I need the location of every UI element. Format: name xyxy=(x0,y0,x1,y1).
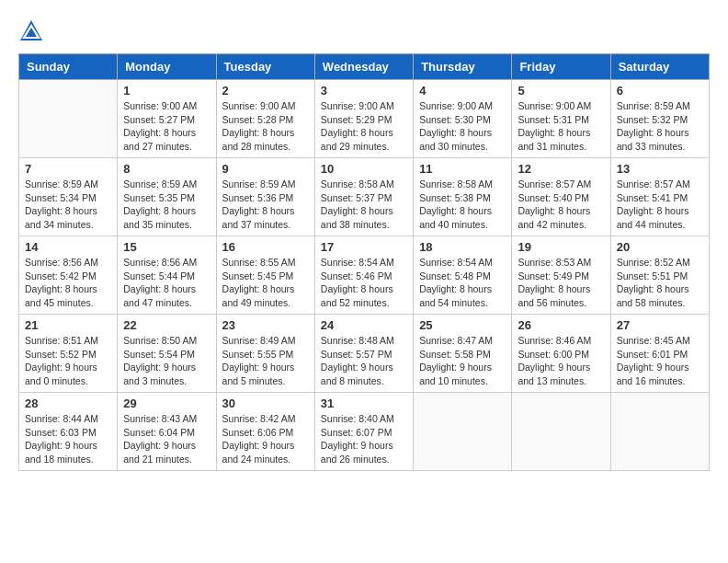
calendar-day-cell: 22Sunrise: 8:50 AM Sunset: 5:54 PM Dayli… xyxy=(118,315,216,393)
day-number: 26 xyxy=(518,318,604,332)
day-info: Sunrise: 8:44 AM Sunset: 6:03 PM Dayligh… xyxy=(25,412,111,466)
calendar-day-cell: 25Sunrise: 8:47 AM Sunset: 5:58 PM Dayli… xyxy=(414,315,512,393)
calendar-day-cell: 6Sunrise: 8:59 AM Sunset: 5:32 PM Daylig… xyxy=(610,80,709,158)
calendar-day-cell: 29Sunrise: 8:43 AM Sunset: 6:04 PM Dayli… xyxy=(118,393,216,471)
day-info: Sunrise: 8:59 AM Sunset: 5:36 PM Dayligh… xyxy=(222,178,309,232)
calendar-day-cell: 13Sunrise: 8:57 AM Sunset: 5:41 PM Dayli… xyxy=(610,158,709,236)
calendar-day-cell: 30Sunrise: 8:42 AM Sunset: 6:06 PM Dayli… xyxy=(216,393,314,471)
day-info: Sunrise: 8:59 AM Sunset: 5:32 PM Dayligh… xyxy=(617,99,703,154)
day-info: Sunrise: 9:00 AM Sunset: 5:30 PM Dayligh… xyxy=(419,99,506,154)
day-number: 9 xyxy=(222,162,309,176)
calendar-day-cell: 27Sunrise: 8:45 AM Sunset: 6:01 PM Dayli… xyxy=(610,315,709,393)
day-number: 30 xyxy=(222,396,309,410)
day-number: 6 xyxy=(617,84,703,98)
day-number: 2 xyxy=(222,84,309,98)
day-number: 21 xyxy=(25,318,111,332)
logo-icon xyxy=(18,18,44,44)
day-number: 12 xyxy=(518,162,604,176)
calendar-day-cell: 9Sunrise: 8:59 AM Sunset: 5:36 PM Daylig… xyxy=(216,158,314,236)
day-number: 18 xyxy=(419,240,506,254)
calendar-day-cell: 21Sunrise: 8:51 AM Sunset: 5:52 PM Dayli… xyxy=(19,315,118,393)
calendar-day-cell xyxy=(414,393,512,471)
day-number: 28 xyxy=(25,396,111,410)
day-number: 3 xyxy=(321,84,407,98)
day-of-week-header: Monday xyxy=(118,54,216,80)
day-number: 19 xyxy=(518,240,604,254)
calendar-table: SundayMondayTuesdayWednesdayThursdayFrid… xyxy=(18,53,710,471)
day-info: Sunrise: 8:47 AM Sunset: 5:58 PM Dayligh… xyxy=(419,334,506,388)
day-of-week-header: Wednesday xyxy=(314,54,413,80)
calendar-week-row: 14Sunrise: 8:56 AM Sunset: 5:42 PM Dayli… xyxy=(19,236,710,315)
page-header xyxy=(18,18,710,44)
day-number: 1 xyxy=(123,84,210,98)
day-number: 14 xyxy=(25,240,111,254)
calendar-week-row: 21Sunrise: 8:51 AM Sunset: 5:52 PM Dayli… xyxy=(19,315,710,393)
day-of-week-header: Sunday xyxy=(19,54,118,80)
day-info: Sunrise: 8:57 AM Sunset: 5:40 PM Dayligh… xyxy=(518,178,604,232)
day-info: Sunrise: 8:58 AM Sunset: 5:38 PM Dayligh… xyxy=(419,178,506,232)
day-info: Sunrise: 9:00 AM Sunset: 5:29 PM Dayligh… xyxy=(321,99,407,154)
calendar-day-cell: 31Sunrise: 8:40 AM Sunset: 6:07 PM Dayli… xyxy=(314,393,413,471)
calendar-week-row: 1Sunrise: 9:00 AM Sunset: 5:27 PM Daylig… xyxy=(19,80,710,158)
day-info: Sunrise: 8:43 AM Sunset: 6:04 PM Dayligh… xyxy=(123,412,210,466)
day-info: Sunrise: 8:51 AM Sunset: 5:52 PM Dayligh… xyxy=(25,334,111,388)
day-number: 24 xyxy=(321,318,407,332)
day-info: Sunrise: 8:57 AM Sunset: 5:41 PM Dayligh… xyxy=(617,178,703,232)
calendar-day-cell: 5Sunrise: 9:00 AM Sunset: 5:31 PM Daylig… xyxy=(512,80,610,158)
day-number: 8 xyxy=(123,162,210,176)
day-info: Sunrise: 8:56 AM Sunset: 5:44 PM Dayligh… xyxy=(123,256,210,310)
calendar-day-cell: 1Sunrise: 9:00 AM Sunset: 5:27 PM Daylig… xyxy=(118,80,216,158)
day-number: 13 xyxy=(617,162,703,176)
day-info: Sunrise: 8:52 AM Sunset: 5:51 PM Dayligh… xyxy=(617,256,703,310)
calendar-week-row: 28Sunrise: 8:44 AM Sunset: 6:03 PM Dayli… xyxy=(19,393,710,471)
calendar-day-cell: 16Sunrise: 8:55 AM Sunset: 5:45 PM Dayli… xyxy=(216,236,314,315)
day-info: Sunrise: 8:58 AM Sunset: 5:37 PM Dayligh… xyxy=(321,178,407,232)
calendar-day-cell: 7Sunrise: 8:59 AM Sunset: 5:34 PM Daylig… xyxy=(19,158,118,236)
day-info: Sunrise: 8:56 AM Sunset: 5:42 PM Dayligh… xyxy=(25,256,111,310)
calendar-day-cell: 11Sunrise: 8:58 AM Sunset: 5:38 PM Dayli… xyxy=(414,158,512,236)
calendar-day-cell: 17Sunrise: 8:54 AM Sunset: 5:46 PM Dayli… xyxy=(314,236,413,315)
calendar-day-cell: 14Sunrise: 8:56 AM Sunset: 5:42 PM Dayli… xyxy=(19,236,118,315)
logo xyxy=(18,18,48,44)
calendar-day-cell: 24Sunrise: 8:48 AM Sunset: 5:57 PM Dayli… xyxy=(314,315,413,393)
calendar-day-cell: 8Sunrise: 8:59 AM Sunset: 5:35 PM Daylig… xyxy=(118,158,216,236)
calendar-day-cell: 19Sunrise: 8:53 AM Sunset: 5:49 PM Dayli… xyxy=(512,236,610,315)
calendar-day-cell: 12Sunrise: 8:57 AM Sunset: 5:40 PM Dayli… xyxy=(512,158,610,236)
day-of-week-header: Friday xyxy=(512,54,610,80)
calendar-day-cell: 20Sunrise: 8:52 AM Sunset: 5:51 PM Dayli… xyxy=(610,236,709,315)
day-info: Sunrise: 8:46 AM Sunset: 6:00 PM Dayligh… xyxy=(518,334,604,388)
day-info: Sunrise: 9:00 AM Sunset: 5:27 PM Dayligh… xyxy=(123,99,210,154)
day-number: 22 xyxy=(123,318,210,332)
calendar-day-cell xyxy=(610,393,709,471)
day-info: Sunrise: 9:00 AM Sunset: 5:31 PM Dayligh… xyxy=(518,99,604,154)
day-info: Sunrise: 8:53 AM Sunset: 5:49 PM Dayligh… xyxy=(518,256,604,310)
day-number: 16 xyxy=(222,240,309,254)
day-number: 31 xyxy=(321,396,407,410)
day-info: Sunrise: 8:48 AM Sunset: 5:57 PM Dayligh… xyxy=(321,334,407,388)
day-info: Sunrise: 8:40 AM Sunset: 6:07 PM Dayligh… xyxy=(321,412,407,466)
calendar-day-cell: 10Sunrise: 8:58 AM Sunset: 5:37 PM Dayli… xyxy=(314,158,413,236)
day-info: Sunrise: 8:55 AM Sunset: 5:45 PM Dayligh… xyxy=(222,256,309,310)
day-info: Sunrise: 8:54 AM Sunset: 5:48 PM Dayligh… xyxy=(419,256,506,310)
calendar-week-row: 7Sunrise: 8:59 AM Sunset: 5:34 PM Daylig… xyxy=(19,158,710,236)
day-number: 10 xyxy=(321,162,407,176)
calendar-day-cell: 28Sunrise: 8:44 AM Sunset: 6:03 PM Dayli… xyxy=(19,393,118,471)
calendar-day-cell: 2Sunrise: 9:00 AM Sunset: 5:28 PM Daylig… xyxy=(216,80,314,158)
day-info: Sunrise: 8:59 AM Sunset: 5:34 PM Dayligh… xyxy=(25,178,111,232)
day-of-week-header: Tuesday xyxy=(216,54,314,80)
calendar-header-row: SundayMondayTuesdayWednesdayThursdayFrid… xyxy=(19,54,710,80)
day-info: Sunrise: 8:49 AM Sunset: 5:55 PM Dayligh… xyxy=(222,334,309,388)
day-info: Sunrise: 9:00 AM Sunset: 5:28 PM Dayligh… xyxy=(222,99,309,154)
calendar-day-cell: 18Sunrise: 8:54 AM Sunset: 5:48 PM Dayli… xyxy=(414,236,512,315)
day-number: 15 xyxy=(123,240,210,254)
calendar-day-cell: 23Sunrise: 8:49 AM Sunset: 5:55 PM Dayli… xyxy=(216,315,314,393)
day-number: 23 xyxy=(222,318,309,332)
day-number: 25 xyxy=(419,318,506,332)
day-info: Sunrise: 8:45 AM Sunset: 6:01 PM Dayligh… xyxy=(617,334,703,388)
day-number: 20 xyxy=(617,240,703,254)
day-number: 7 xyxy=(25,162,111,176)
day-number: 4 xyxy=(419,84,506,98)
calendar-day-cell xyxy=(512,393,610,471)
calendar-day-cell: 3Sunrise: 9:00 AM Sunset: 5:29 PM Daylig… xyxy=(314,80,413,158)
day-info: Sunrise: 8:54 AM Sunset: 5:46 PM Dayligh… xyxy=(321,256,407,310)
